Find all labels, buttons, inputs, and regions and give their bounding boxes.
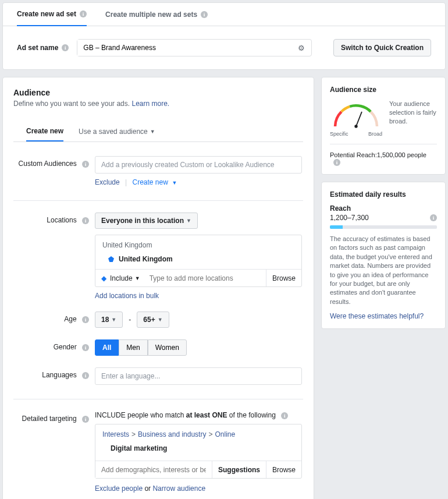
- info-icon[interactable]: i: [281, 412, 288, 419]
- info-icon[interactable]: i: [82, 316, 89, 323]
- estimated-results-card: Estimated daily results Reach 1,200–7,30…: [321, 182, 446, 329]
- svg-point-1: [354, 125, 357, 128]
- languages-label: Languages i: [13, 367, 95, 379]
- location-country-header: United Kingdom: [95, 235, 301, 252]
- audience-title: Audience: [13, 88, 303, 97]
- custom-audiences-label: Custom Audiences i: [13, 156, 95, 168]
- locations-label: Locations i: [13, 213, 95, 224]
- tab-create-ad-set[interactable]: Create new ad set i: [17, 3, 87, 26]
- info-icon[interactable]: i: [82, 416, 89, 423]
- age-max-select[interactable]: 65+▼: [137, 312, 169, 328]
- dt-suggestions-button[interactable]: Suggestions: [212, 461, 266, 478]
- adset-name-label: Ad set name: [17, 44, 58, 52]
- caret-down-icon: ▼: [111, 317, 116, 323]
- caret-down-icon: ▼: [170, 180, 177, 186]
- audience-card: Audience Define who you want to see your…: [2, 77, 314, 499]
- edr-bar: [330, 225, 437, 229]
- estimates-helpful-link[interactable]: Were these estimates helpful?: [330, 312, 424, 320]
- dt-crumb-business[interactable]: Business and industry: [138, 430, 206, 438]
- gender-women-button[interactable]: Women: [148, 339, 187, 356]
- add-locations-bulk-link[interactable]: Add locations in bulk: [95, 292, 159, 300]
- exclude-link[interactable]: Exclude: [95, 178, 120, 186]
- audience-size-title: Audience size: [330, 86, 437, 94]
- dt-crumb-interests[interactable]: Interests: [102, 430, 129, 438]
- location-search-input[interactable]: [145, 270, 266, 286]
- edr-title: Estimated daily results: [330, 190, 437, 199]
- adset-name-input[interactable]: [77, 40, 293, 56]
- audience-subtitle: Define who you want to see your ads. Lea…: [13, 100, 303, 108]
- audience-gauge: [330, 100, 382, 132]
- info-icon[interactable]: i: [333, 159, 340, 166]
- dt-search-input[interactable]: [95, 461, 212, 478]
- info-icon[interactable]: i: [82, 344, 89, 351]
- tab-create-multiple[interactable]: Create multiple new ad sets i: [105, 3, 208, 26]
- gear-icon: ⚙: [298, 44, 305, 52]
- tab-create-new-audience[interactable]: Create new: [26, 122, 63, 141]
- location-browse-button[interactable]: Browse: [266, 270, 301, 286]
- caret-down-icon: ▼: [186, 218, 191, 224]
- dt-or: or: [143, 484, 152, 493]
- top-card: Create new ad set i Create multiple new …: [2, 2, 446, 70]
- languages-input[interactable]: [95, 367, 302, 385]
- dt-item-digital-marketing[interactable]: Digital marketing: [95, 444, 301, 461]
- gender-all-button[interactable]: All: [95, 339, 119, 356]
- dt-browse-button[interactable]: Browse: [266, 461, 301, 478]
- create-new-audience-link[interactable]: Create new ▼: [133, 178, 177, 186]
- audience-size-card: Audience size Specific: [321, 77, 446, 175]
- gender-men-button[interactable]: Men: [119, 339, 147, 356]
- top-tabs: Create new ad set i Create multiple new …: [3, 3, 445, 26]
- caret-down-icon: ▼: [150, 129, 155, 135]
- locations-box: United Kingdom United Kingdom ◆ Include …: [95, 235, 302, 287]
- info-icon[interactable]: i: [82, 217, 89, 224]
- gender-group: All Men Women: [95, 339, 303, 356]
- info-icon[interactable]: i: [80, 10, 87, 17]
- dt-box: Interests>Business and industry>Online D…: [95, 424, 302, 479]
- caret-down-icon: ▼: [158, 317, 163, 323]
- info-icon[interactable]: i: [82, 372, 89, 379]
- exclude-people-link[interactable]: Exclude people: [95, 484, 143, 493]
- narrow-audience-link[interactable]: Narrow audience: [152, 484, 205, 493]
- adset-name-field: ⚙: [77, 39, 312, 56]
- location-item-uk[interactable]: United Kingdom: [95, 252, 301, 269]
- switch-quick-creation-button[interactable]: Switch to Quick Creation: [333, 39, 431, 56]
- adset-settings-button[interactable]: ⚙: [293, 40, 310, 56]
- dt-breadcrumb: Interests>Business and industry>Online: [95, 424, 301, 444]
- audience-tabs: Create new Use a saved audience▼: [13, 122, 303, 142]
- pin-icon: ◆: [101, 274, 106, 282]
- svg-line-0: [356, 112, 362, 126]
- detailed-targeting-label: Detailed targeting i: [13, 411, 95, 423]
- tab-saved-audience[interactable]: Use a saved audience▼: [79, 122, 155, 141]
- info-icon[interactable]: i: [62, 44, 69, 51]
- age-separator: -: [129, 316, 131, 324]
- custom-audiences-input[interactable]: [95, 156, 302, 174]
- potential-reach: Potential Reach:1,500,000 people i: [330, 151, 437, 166]
- edr-reach-value: 1,200–7,300: [330, 214, 369, 222]
- caret-down-icon: ▼: [135, 275, 140, 281]
- age-label: Age i: [13, 312, 95, 323]
- info-icon[interactable]: i: [201, 11, 208, 18]
- info-icon[interactable]: i: [82, 161, 89, 168]
- info-icon[interactable]: i: [430, 214, 437, 221]
- age-min-select[interactable]: 18▼: [95, 312, 123, 328]
- tab-multiple-label: Create multiple new ad sets: [105, 10, 197, 19]
- location-include-toggle[interactable]: ◆ Include ▼: [95, 270, 145, 286]
- audience-size-desc: Your audience selection is fairly broad.: [389, 100, 437, 137]
- edr-reach-label: Reach: [330, 204, 437, 213]
- gender-label: Gender i: [13, 339, 95, 351]
- pin-icon: [108, 256, 114, 262]
- tab-create-label: Create new ad set: [17, 10, 76, 18]
- dt-include-header: INCLUDE people who match at least ONE of…: [95, 411, 303, 419]
- dt-crumb-online[interactable]: Online: [215, 430, 235, 438]
- edr-desc: The accuracy of estimates is based on fa…: [330, 235, 437, 306]
- location-scope-select[interactable]: Everyone in this location▼: [95, 213, 198, 229]
- learn-more-link[interactable]: Learn more.: [131, 100, 169, 108]
